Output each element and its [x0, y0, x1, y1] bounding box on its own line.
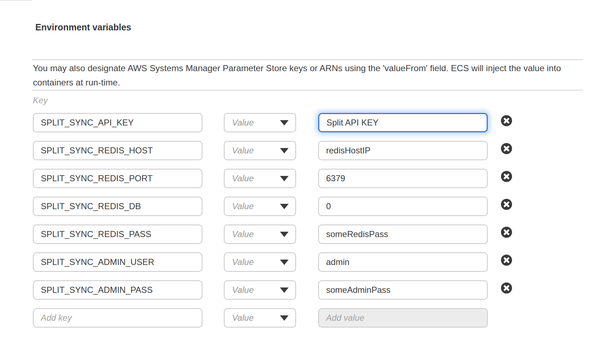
env-value-input[interactable] — [318, 280, 488, 300]
env-rows-container: Value Value Value — [33, 113, 512, 300]
environment-variables-list: Value Value Value — [33, 113, 512, 336]
env-value-input[interactable] — [318, 225, 488, 244]
environment-variables-description: You may also designate AWS Systems Manag… — [33, 61, 579, 90]
remove-row-button[interactable] — [501, 143, 512, 154]
remove-icon — [501, 227, 512, 238]
value-type-label: Value — [232, 146, 254, 156]
chevron-down-icon — [280, 315, 289, 321]
value-type-label: Value — [232, 173, 254, 183]
env-variable-row: Value — [33, 169, 512, 188]
remove-icon — [501, 199, 512, 210]
add-value-input[interactable] — [318, 308, 488, 328]
remove-icon — [501, 143, 512, 154]
remove-row-button[interactable] — [501, 171, 512, 182]
section-divider-bottom — [32, 90, 583, 90]
remove-row-button[interactable] — [501, 115, 512, 126]
value-type-select[interactable]: Value — [224, 252, 296, 272]
remove-icon — [501, 115, 512, 126]
chevron-down-icon — [280, 148, 289, 153]
chevron-down-icon — [280, 120, 289, 126]
env-key-input[interactable] — [33, 280, 202, 300]
env-variable-row: Value — [33, 280, 512, 300]
env-value-input[interactable] — [318, 197, 488, 216]
chevron-down-icon — [280, 232, 289, 237]
env-key-input[interactable] — [33, 252, 202, 272]
env-value-input[interactable] — [318, 141, 488, 160]
section-divider-top — [32, 59, 583, 60]
value-type-label: Value — [232, 118, 254, 128]
chevron-down-icon — [280, 260, 289, 265]
value-type-select[interactable]: Value — [224, 169, 296, 188]
env-value-input[interactable] — [318, 252, 488, 272]
env-variable-row: Value — [33, 225, 512, 244]
environment-variables-label: Environment variables — [32, 20, 131, 34]
env-variable-row: Value — [33, 252, 512, 272]
remove-row-button[interactable] — [501, 199, 512, 210]
remove-icon — [501, 282, 512, 294]
add-key-input[interactable] — [33, 308, 202, 328]
chevron-down-icon — [280, 204, 289, 209]
value-type-label: Value — [232, 285, 254, 295]
value-type-select[interactable]: Value — [224, 280, 296, 300]
env-key-input[interactable] — [33, 197, 202, 216]
env-value-input[interactable] — [318, 113, 488, 132]
page-edge-divider — [0, 0, 32, 1]
remove-icon — [501, 171, 512, 182]
key-column-header: Key — [33, 95, 48, 105]
value-type-label: Value — [232, 257, 254, 267]
remove-row-button[interactable] — [501, 255, 512, 266]
env-key-input[interactable] — [33, 169, 202, 188]
env-variable-row: Value — [33, 141, 512, 160]
env-key-input[interactable] — [33, 225, 202, 244]
add-variable-row: Value — [33, 308, 512, 328]
value-type-select[interactable]: Value — [224, 141, 296, 160]
remove-row-button[interactable] — [501, 227, 512, 238]
env-variable-row: Value — [33, 113, 512, 132]
value-type-label: Value — [232, 313, 254, 323]
value-type-select[interactable]: Value — [224, 197, 296, 216]
remove-row-button[interactable] — [501, 282, 512, 294]
remove-icon — [501, 255, 512, 266]
value-type-select[interactable]: Value — [224, 225, 296, 244]
value-type-select[interactable]: Value — [224, 113, 296, 132]
env-value-input[interactable] — [318, 169, 488, 188]
value-type-select[interactable]: Value — [224, 308, 296, 328]
env-key-input[interactable] — [33, 141, 202, 160]
env-variable-row: Value — [33, 197, 512, 216]
env-key-input[interactable] — [33, 113, 202, 132]
chevron-down-icon — [280, 176, 289, 181]
chevron-down-icon — [280, 287, 289, 293]
value-type-label: Value — [232, 201, 254, 211]
value-type-label: Value — [232, 229, 254, 239]
